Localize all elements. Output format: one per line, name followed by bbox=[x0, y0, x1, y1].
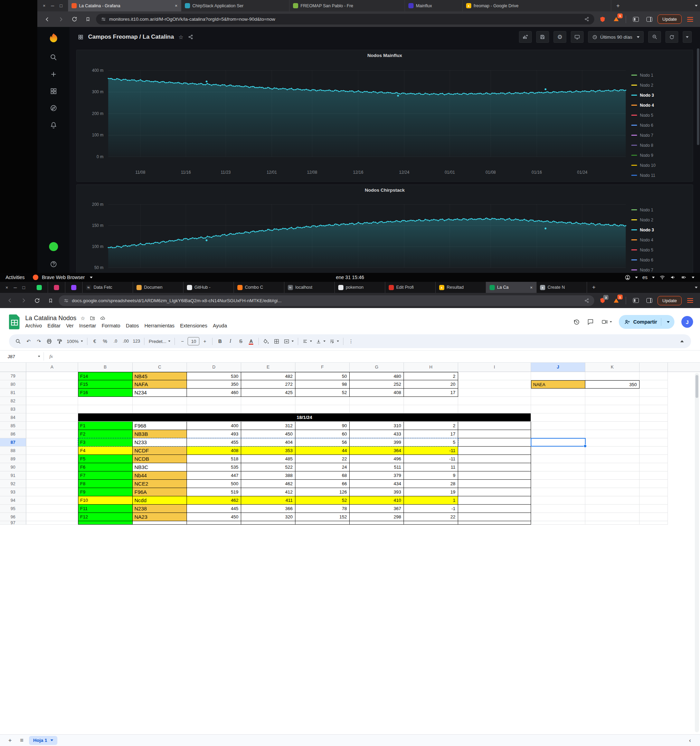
panel-title[interactable]: Nodos Chirpstack bbox=[80, 188, 689, 197]
cell-B93[interactable]: F9 bbox=[78, 488, 132, 496]
cell-G95[interactable]: 367 bbox=[350, 505, 404, 513]
legend-item[interactable]: Nodo 7 bbox=[631, 132, 689, 138]
cell-J90[interactable] bbox=[531, 463, 585, 471]
cell-G94[interactable]: 410 bbox=[350, 496, 404, 505]
vertical-scrollbar[interactable] bbox=[695, 373, 699, 732]
cell-C97[interactable] bbox=[132, 521, 187, 525]
redo-button[interactable]: ↷ bbox=[34, 336, 44, 346]
cell-F96[interactable]: 152 bbox=[295, 513, 350, 521]
cell-B87[interactable]: F3 bbox=[78, 438, 132, 447]
cell-C96[interactable]: NA23 bbox=[132, 513, 187, 521]
cell-D91[interactable]: 447 bbox=[187, 471, 241, 480]
accessibility-icon[interactable] bbox=[625, 275, 631, 280]
cell-F85[interactable]: 90 bbox=[295, 422, 350, 430]
browser-tab[interactable] bbox=[48, 282, 65, 293]
refresh-button[interactable] bbox=[665, 31, 678, 43]
decrease-decimals-button[interactable]: .0 bbox=[111, 336, 120, 346]
legend-item[interactable]: Nodo 5 bbox=[631, 247, 689, 253]
row-header-81[interactable]: 81 bbox=[0, 388, 26, 397]
vertical-align-button[interactable] bbox=[314, 336, 327, 346]
comments-icon[interactable] bbox=[587, 319, 594, 325]
cell-C93[interactable]: F96A bbox=[132, 488, 187, 496]
grafana-logo[interactable] bbox=[48, 33, 59, 44]
cell-I97[interactable] bbox=[458, 521, 531, 525]
browser-tab[interactable]: FREOMAP San Pablo - Fre bbox=[289, 0, 405, 11]
cell-A85[interactable] bbox=[26, 422, 78, 430]
cell-A93[interactable] bbox=[26, 488, 78, 496]
cell-C85[interactable]: F968 bbox=[132, 422, 187, 430]
row-header-82[interactable]: 82 bbox=[0, 397, 26, 405]
cell-B97[interactable] bbox=[78, 521, 132, 525]
cell-I86[interactable] bbox=[458, 430, 531, 438]
browser-tab[interactable] bbox=[31, 282, 48, 293]
search-icon[interactable] bbox=[50, 54, 57, 61]
cell-C87[interactable]: N233 bbox=[132, 438, 187, 447]
cell-B79[interactable]: F14 bbox=[78, 372, 132, 380]
sidebar-icon[interactable] bbox=[631, 295, 641, 306]
cell-C81[interactable]: N234 bbox=[132, 388, 187, 397]
cell-H93[interactable]: 19 bbox=[404, 488, 458, 496]
horizontal-align-button[interactable] bbox=[301, 336, 314, 346]
cell-K81[interactable] bbox=[585, 388, 640, 397]
cell-D94[interactable]: 462 bbox=[187, 496, 241, 505]
legend-item[interactable]: Nodo 1 bbox=[631, 207, 689, 213]
cell-G81[interactable]: 408 bbox=[350, 388, 404, 397]
cell-I93[interactable] bbox=[458, 488, 531, 496]
brave-shield-icon[interactable]: 3 bbox=[598, 295, 608, 306]
format-currency-button[interactable]: € bbox=[90, 336, 100, 346]
cell-A96[interactable] bbox=[26, 513, 78, 521]
cell-E82[interactable] bbox=[241, 397, 295, 405]
alerting-bell-icon[interactable] bbox=[50, 121, 57, 129]
cell-B86[interactable]: F2 bbox=[78, 430, 132, 438]
row-header-84[interactable]: 84 bbox=[0, 414, 26, 422]
browser-tab[interactable]: La Ca× bbox=[486, 282, 537, 293]
cell-K94[interactable] bbox=[585, 496, 640, 505]
cell-D90[interactable]: 535 bbox=[187, 463, 241, 471]
menu-datos[interactable]: Datos bbox=[123, 322, 142, 329]
cell-A80[interactable] bbox=[26, 380, 78, 388]
legend-item[interactable]: Nodo 11 bbox=[631, 172, 689, 178]
cell-K93[interactable] bbox=[585, 488, 640, 496]
side-panel-collapse-icon[interactable]: ‹ bbox=[685, 736, 694, 745]
cell-C92[interactable]: NCE2 bbox=[132, 480, 187, 488]
sheet-tab-hoja1[interactable]: Hoja 1 bbox=[29, 736, 57, 745]
cell-H94[interactable]: 1 bbox=[404, 496, 458, 505]
merge-cells-button[interactable] bbox=[282, 336, 295, 346]
paint-format-button[interactable] bbox=[54, 336, 65, 346]
legend-item[interactable]: Nodo 8 bbox=[631, 142, 689, 148]
cell-F88[interactable]: 44 bbox=[295, 447, 350, 455]
wifi-icon[interactable] bbox=[659, 275, 665, 280]
brave-shield-icon[interactable] bbox=[598, 14, 608, 24]
cell-L97[interactable] bbox=[640, 521, 668, 525]
row-header-87[interactable]: 87 bbox=[0, 438, 26, 447]
more-formats-button[interactable]: 123 bbox=[131, 336, 142, 346]
browser-tab[interactable]: La Catalina - Grafana× bbox=[68, 0, 181, 11]
cell-F90[interactable]: 24 bbox=[295, 463, 350, 471]
sidebar-icon[interactable] bbox=[631, 14, 641, 24]
fill-color-button[interactable] bbox=[261, 336, 271, 346]
cell-J81[interactable] bbox=[531, 388, 585, 397]
cell-F87[interactable]: 56 bbox=[295, 438, 350, 447]
row-header-90[interactable]: 90 bbox=[0, 463, 26, 471]
cell-I81[interactable] bbox=[458, 388, 531, 397]
cell-I92[interactable] bbox=[458, 480, 531, 488]
cell-G89[interactable]: 496 bbox=[350, 455, 404, 463]
cell-K84[interactable] bbox=[585, 414, 640, 422]
cell-E97[interactable] bbox=[241, 521, 295, 525]
scrollbar[interactable] bbox=[697, 48, 699, 269]
cell-L83[interactable] bbox=[640, 405, 668, 414]
browser-tab[interactable] bbox=[65, 282, 83, 293]
cell-F81[interactable]: 52 bbox=[295, 388, 350, 397]
dashboard-settings-button[interactable]: ⚙ bbox=[554, 31, 566, 43]
cell-A82[interactable] bbox=[26, 397, 78, 405]
cell-B95[interactable]: F11 bbox=[78, 505, 132, 513]
legend-item[interactable]: Nodo 2 bbox=[631, 82, 689, 88]
window-close-icon[interactable]: × bbox=[43, 3, 46, 8]
cell-I85[interactable] bbox=[458, 422, 531, 430]
cell-B90[interactable]: F6 bbox=[78, 463, 132, 471]
cell-D97[interactable] bbox=[187, 521, 241, 525]
cell-H80[interactable]: 20 bbox=[404, 380, 458, 388]
cell-K95[interactable] bbox=[585, 505, 640, 513]
cell-L94[interactable] bbox=[640, 496, 668, 505]
cell-I83[interactable] bbox=[458, 405, 531, 414]
